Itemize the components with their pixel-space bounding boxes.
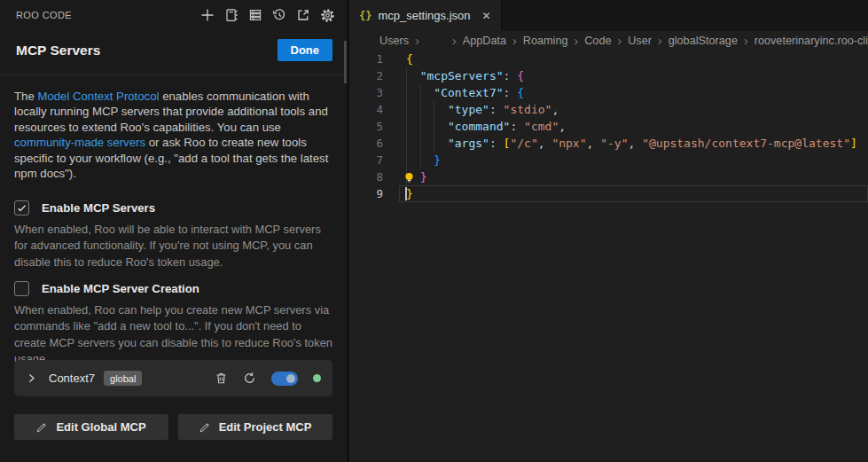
indent-guide	[406, 67, 407, 185]
extension-title: ROO CODE	[16, 10, 72, 20]
line-number: 3	[349, 84, 383, 101]
code-line[interactable]: 4 "type": "stdio",	[349, 101, 868, 118]
breadcrumb-separator: ›	[658, 34, 662, 48]
breadcrumb-item[interactable]: globalStorage	[669, 35, 738, 47]
edit-global-mcp-button[interactable]: Edit Global MCP	[14, 414, 168, 440]
done-button[interactable]: Done	[278, 39, 333, 61]
enable-mcp-servers-checkbox[interactable]	[14, 200, 29, 215]
line-number: 6	[349, 135, 383, 152]
pencil-icon	[36, 421, 48, 433]
line-number: 4	[349, 101, 383, 118]
line-number: 9	[349, 185, 383, 202]
mcp-servers-icon[interactable]	[248, 8, 262, 22]
enable-mcp-creation-row: Enable MCP Server Creation	[14, 281, 199, 296]
breadcrumb: Users››AppData›Roaming›Code›User›globalS…	[349, 31, 868, 51]
code-line[interactable]: 3 "Context7": {	[349, 84, 868, 101]
enable-mcp-servers-label: Enable MCP Servers	[42, 201, 155, 215]
toggle-knob	[286, 374, 295, 383]
pencil-icon	[199, 421, 211, 433]
breadcrumb-separator: ›	[575, 34, 579, 48]
indent-guide	[434, 101, 434, 152]
line-number: 8	[349, 168, 383, 185]
edit-global-mcp-label: Edit Global MCP	[56, 420, 145, 434]
intro-text: The Model Context Protocol enables commu…	[14, 89, 339, 181]
edit-project-mcp-button[interactable]: Edit Project MCP	[178, 414, 332, 440]
open-in-editor-icon[interactable]	[296, 8, 310, 22]
server-status-dot	[313, 374, 321, 382]
breadcrumb-separator: ›	[512, 34, 517, 48]
text-cursor	[405, 187, 407, 200]
community-made-servers-link[interactable]: community-made servers	[14, 136, 145, 149]
enable-mcp-creation-label: Enable MCP Server Creation	[42, 282, 199, 295]
expand-chevron-icon[interactable]	[26, 372, 37, 384]
code-line[interactable]: 5 "command": "cmd",	[349, 118, 868, 135]
code-line[interactable]: 6 "args": ["/c", "npx", "-y", "@upstash/…	[349, 135, 868, 152]
delete-server-icon[interactable]	[215, 372, 228, 385]
line-number: 5	[349, 118, 383, 135]
page-title: MCP Servers	[16, 43, 100, 59]
prompts-icon[interactable]	[224, 8, 239, 22]
breadcrumb-separator: ›	[452, 34, 457, 48]
lightbulb-icon[interactable]	[403, 171, 415, 188]
code-lines: 1{2 "mcpServers": {3 "Context7": {4 "typ…	[349, 51, 868, 202]
code-line[interactable]: 8 }	[349, 168, 868, 185]
breadcrumb-separator: ›	[415, 34, 419, 48]
tab-filename: mcp_settings.json	[378, 9, 470, 22]
breadcrumb-item[interactable]: Users	[379, 35, 409, 47]
server-name: Context7	[49, 372, 95, 385]
intro-pre: The	[14, 90, 37, 103]
edit-project-mcp-label: Edit Project MCP	[219, 420, 312, 434]
page-header: MCP Servers Done	[16, 39, 332, 61]
panel-header: ROO CODE	[0, 0, 347, 30]
roo-code-panel: ROO CODE MCP Servers Done T	[0, 0, 349, 462]
code-line[interactable]: 9}	[349, 185, 868, 202]
editor-tab-bar: {} mcp_settings.json ✕	[349, 0, 868, 31]
tab-close-icon[interactable]: ✕	[482, 10, 491, 22]
model-context-protocol-link[interactable]: Model Context Protocol	[37, 90, 159, 103]
mcp-edit-buttons: Edit Global MCP Edit Project MCP	[14, 414, 332, 440]
history-icon[interactable]	[272, 8, 286, 22]
breadcrumb-item[interactable]: User	[628, 35, 652, 47]
enable-mcp-servers-row: Enable MCP Servers	[14, 200, 155, 215]
code-line[interactable]: 7 }	[349, 152, 868, 168]
header-toolbar	[200, 8, 335, 23]
code-line[interactable]: 1{	[349, 51, 868, 67]
server-row-context7: Context7 global	[14, 360, 332, 396]
breadcrumb-item[interactable]: AppData	[463, 35, 506, 47]
code-line[interactable]: 2 "mcpServers": {	[349, 67, 868, 84]
tab-mcp-settings[interactable]: {} mcp_settings.json ✕	[349, 0, 502, 31]
indent-guide	[420, 84, 421, 168]
breadcrumb-item[interactable]: Code	[584, 35, 611, 47]
line-number: 2	[349, 67, 383, 84]
json-file-icon: {}	[359, 10, 371, 22]
panel-scrollbar[interactable]	[344, 41, 347, 83]
enable-mcp-creation-checkbox[interactable]	[14, 281, 29, 296]
settings-icon[interactable]	[320, 8, 335, 23]
line-number: 1	[349, 51, 383, 67]
header-divider	[0, 74, 347, 75]
breadcrumb-separator: ›	[618, 34, 622, 48]
enable-mcp-creation-description: When enabled, Roo can help you create ne…	[14, 302, 335, 367]
new-task-icon[interactable]	[200, 8, 215, 22]
breadcrumb-separator: ›	[744, 34, 748, 48]
editor-pane: {} mcp_settings.json ✕ Users››AppData›Ro…	[349, 0, 868, 462]
enable-mcp-servers-description: When enabled, Roo will be able to intera…	[14, 222, 335, 270]
server-row-actions	[215, 372, 321, 386]
code-area[interactable]: 1{2 "mcpServers": {3 "Context7": {4 "typ…	[349, 51, 868, 462]
server-scope-badge: global	[104, 371, 142, 386]
restart-server-icon[interactable]	[243, 372, 256, 385]
server-enabled-toggle[interactable]	[271, 372, 298, 386]
line-number: 7	[349, 152, 383, 168]
breadcrumb-item[interactable]: Roaming	[523, 35, 568, 47]
breadcrumb-item[interactable]: rooveterinaryinc.roo-cli	[755, 35, 868, 47]
